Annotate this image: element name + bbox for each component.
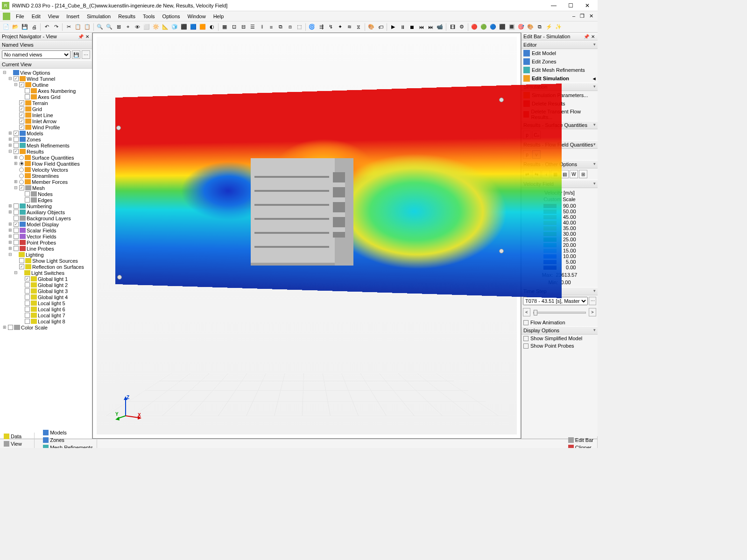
toolbar-button-6[interactable]: ↷ (52, 23, 60, 31)
file-icon[interactable] (3, 13, 10, 20)
link-edit-zones[interactable]: Edit Zones (521, 57, 598, 66)
tree-item-reflection-on-surfaces[interactable]: Reflection on Surfaces (1, 264, 92, 270)
toolbar-button-64[interactable]: ⚡ (545, 23, 553, 31)
slicer-handle[interactable] (499, 98, 504, 102)
tree-item-axes-numbering[interactable]: Axes Numbering (1, 88, 92, 94)
tree-item-member-forces[interactable]: ⊞Member Forces (1, 179, 92, 185)
toolbar-button-28[interactable]: ⊟ (239, 23, 247, 31)
toolbar-button-37[interactable]: ⇶ (317, 23, 325, 31)
mdi-restore-button[interactable]: ❐ (578, 13, 586, 19)
toolbar-button-63[interactable]: ⧉ (536, 23, 544, 31)
toolbar-button-27[interactable]: ⊡ (230, 23, 238, 31)
toolbar-button-38[interactable]: ↯ (326, 23, 335, 31)
named-view-save-button[interactable]: 💾 (72, 50, 80, 59)
tree-item-streamlines[interactable]: Streamlines (1, 173, 92, 179)
time-step-next-button[interactable]: > (589, 308, 596, 316)
tree-item-edges[interactable]: Edges (1, 197, 92, 203)
tree-item-axes-grid[interactable]: Axes Grid (1, 94, 92, 100)
time-step-prev-button[interactable]: < (523, 308, 530, 316)
pin-icon[interactable]: 📌 (583, 34, 590, 39)
tree-item-color-scale[interactable]: ⊞Color Scale (1, 324, 92, 330)
toolbar-button-12[interactable]: 🔍 (96, 23, 104, 31)
slicer-handle[interactable] (116, 126, 121, 130)
link-edit-simulation[interactable]: Edit Simulation◂ (521, 74, 598, 83)
tree-item-outline[interactable]: ⊟Outline (1, 82, 92, 88)
toolbar-button-31[interactable]: ≡ (267, 23, 275, 31)
toolbar-button-20[interactable]: 🧊 (170, 23, 179, 31)
toolbar-button-54[interactable]: ⚙ (458, 23, 466, 31)
tab-mesh-refinements[interactable]: Mesh Refinements (39, 444, 97, 448)
tree-item-flow-field-quantities[interactable]: ⊞Flow Field Quantities (1, 161, 92, 167)
tree-item-surface-quantities[interactable]: ⊞Surface Quantities (1, 154, 92, 161)
toolbar-button-36[interactable]: 🌀 (308, 23, 316, 31)
menu-options[interactable]: Options (159, 12, 184, 21)
tree-item-local-light-7[interactable]: Local light 7 (1, 312, 92, 318)
close-button[interactable]: ✕ (579, 0, 596, 11)
pin-icon[interactable]: 📌 (77, 34, 85, 39)
slicer-handle[interactable] (117, 275, 122, 280)
tree-item-inlet-arrow[interactable]: Inlet Arrow (1, 118, 92, 124)
toolbar-button-43[interactable]: 🎨 (367, 23, 375, 31)
toolbar-button-8[interactable]: ✂ (64, 23, 73, 31)
menu-view[interactable]: View (44, 12, 63, 21)
panel-close-icon[interactable]: ✕ (85, 34, 90, 39)
show-point-probes-checkbox[interactable] (523, 343, 529, 349)
tree-item-velocity-vectors[interactable]: Velocity Vectors (1, 167, 92, 173)
other-option-6[interactable]: ⊞ (579, 170, 587, 178)
toolbar-button-46[interactable]: ▶ (389, 23, 397, 31)
tree-item-line-probes[interactable]: ⊞Line Probes (1, 245, 92, 252)
tab-view[interactable]: View (0, 440, 35, 448)
time-step-slider[interactable] (533, 309, 586, 316)
tree-item-nodes[interactable]: Nodes (1, 191, 92, 197)
tree-item-mesh-refinements[interactable]: ⊞Mesh Refinements (1, 142, 92, 148)
menu-file[interactable]: File (12, 12, 28, 21)
panel-close-icon[interactable]: ✕ (590, 34, 596, 39)
flow-animation-checkbox[interactable] (523, 320, 529, 325)
toolbar-button-51[interactable]: 📹 (436, 23, 444, 31)
tab-clipper[interactable]: Clipper (564, 444, 598, 448)
toolbar-button-24[interactable]: ◐ (208, 23, 216, 31)
toolbar-button-32[interactable]: ⧉ (276, 23, 285, 31)
tree-item-mesh[interactable]: ⊟Mesh (1, 185, 92, 191)
toolbar-button-5[interactable]: ↶ (42, 23, 51, 31)
tree-item-global-light-3[interactable]: Global light 3 (1, 288, 92, 294)
tree-item-local-light-5[interactable]: Local light 5 (1, 300, 92, 306)
tree-item-global-light-2[interactable]: Global light 2 (1, 282, 92, 288)
toolbar-button-57[interactable]: 🟢 (479, 23, 488, 31)
axis-gizmo[interactable]: Z X Y (115, 392, 143, 420)
toolbar-button-19[interactable]: 📐 (161, 23, 169, 31)
toolbar-button-16[interactable]: 👁 (133, 23, 141, 31)
menu-edit[interactable]: Edit (28, 12, 44, 21)
toolbar-button-47[interactable]: ⏸ (398, 23, 407, 31)
toolbar-button-15[interactable]: ⌖ (124, 23, 132, 31)
tree-item-lighting[interactable]: ⊟Lighting (1, 252, 92, 258)
link-edit-mesh-refinements[interactable]: Edit Mesh Refinements (521, 66, 598, 74)
tree-item-show-light-sources[interactable]: Show Light Sources (1, 258, 92, 264)
toolbar-button-9[interactable]: 📋 (74, 23, 82, 31)
toolbar-button-13[interactable]: 🔍 (105, 23, 113, 31)
toolbar-button-59[interactable]: ⬛ (498, 23, 507, 31)
toolbar-button-62[interactable]: 🎨 (526, 23, 535, 31)
toolbar-button-34[interactable]: ⬚ (295, 23, 303, 31)
tree-item-grid[interactable]: Grid (1, 106, 92, 112)
tree-item-scalar-fields[interactable]: ⊞Scalar Fields (1, 227, 92, 233)
time-step-select[interactable]: T078 - 43.51 [s], Master (523, 297, 588, 305)
toolbar-button-14[interactable]: ⊞ (114, 23, 123, 31)
toolbar-button-29[interactable]: ☰ (248, 23, 257, 31)
toolbar-button-40[interactable]: ≋ (345, 23, 353, 31)
tab-zones[interactable]: Zones (39, 436, 97, 444)
maximize-button[interactable]: ☐ (562, 0, 579, 11)
toolbar-button-33[interactable]: ⧈ (286, 23, 294, 31)
tree-item-light-switches[interactable]: ⊟Light Switches (1, 270, 92, 276)
tab-sections[interactable]: Sections (0, 448, 35, 448)
tree-item-local-light-6[interactable]: Local light 6 (1, 306, 92, 312)
toolbar-button-60[interactable]: 🔳 (507, 23, 516, 31)
menu-tools[interactable]: Tools (139, 12, 159, 21)
toolbar-button-49[interactable]: ⏮ (417, 23, 425, 31)
toolbar-button-21[interactable]: ⬛ (180, 23, 188, 31)
tree-item-inlet-line[interactable]: Inlet Line (1, 112, 92, 118)
mdi-minimize-button[interactable]: – (571, 13, 577, 19)
toolbar-button-2[interactable]: 💾 (21, 23, 29, 31)
toolbar-button-0[interactable]: 📄 (2, 23, 10, 31)
tree-item-zones[interactable]: ⊞Zones (1, 136, 92, 142)
